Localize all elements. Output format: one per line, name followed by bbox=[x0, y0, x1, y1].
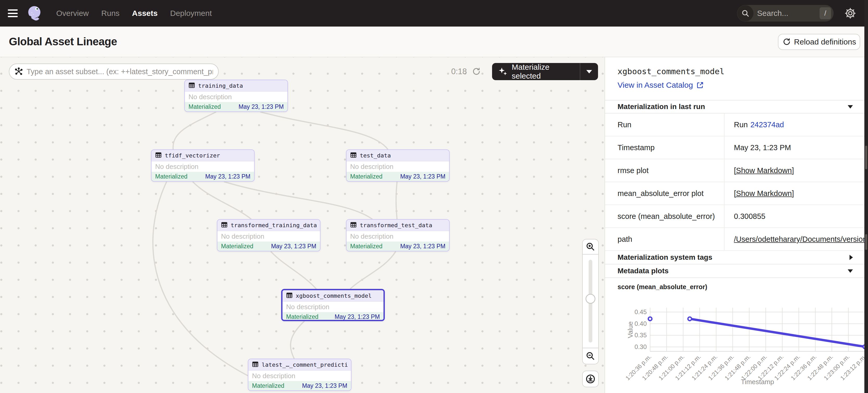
svg-text:0.30: 0.30 bbox=[634, 343, 647, 350]
table-icon bbox=[188, 82, 195, 90]
view-in-asset-catalog-link[interactable]: View in Asset Catalog bbox=[618, 81, 704, 90]
asset-node-latest_comment_predictions[interactable]: latest_…_comment_predictionsNo descripti… bbox=[248, 359, 351, 391]
section-materialization-last-run[interactable]: Materialization in last run bbox=[605, 100, 864, 113]
page-header: Global Asset Lineage Reload definitions bbox=[0, 27, 868, 57]
global-search[interactable]: / bbox=[737, 5, 834, 22]
metadata-label: score (mean_absolute_error) bbox=[605, 205, 724, 227]
menu-icon[interactable] bbox=[8, 9, 18, 17]
external-link-icon bbox=[696, 81, 704, 89]
asset-node-tfidf_vectorizer[interactable]: tfidf_vectorizerNo descriptionMaterializ… bbox=[151, 150, 255, 182]
table-icon bbox=[286, 292, 293, 300]
materialize-selected-button[interactable]: Materialize selected bbox=[492, 63, 598, 80]
sparkle-icon bbox=[498, 67, 508, 76]
metadata-link[interactable]: /Users/odetteharary/Documents/version bbox=[734, 235, 864, 243]
timer-countdown: 0:18 bbox=[451, 67, 467, 76]
asset-node-status: Materialized bbox=[350, 243, 382, 250]
search-input[interactable] bbox=[757, 9, 818, 18]
metadata-row-run: RunRun242374ad bbox=[605, 113, 864, 136]
asset-node-description: No description bbox=[185, 92, 287, 102]
nav-item-overview[interactable]: Overview bbox=[56, 9, 89, 18]
asset-node-timestamp: May 23, 1:23 PM bbox=[205, 173, 250, 180]
nav-item-deployment[interactable]: Deployment bbox=[170, 9, 212, 18]
metadata-row-score-mean_absolute_error-: score (mean_absolute_error)0.300855 bbox=[605, 205, 864, 228]
metadata-link[interactable]: [Show Markdown] bbox=[734, 166, 794, 175]
zoom-slider-handle[interactable] bbox=[586, 294, 595, 304]
top-nav: OverviewRunsAssetsDeployment / bbox=[0, 0, 868, 27]
asset-node-label: training_data bbox=[198, 83, 243, 89]
asset-node-timestamp: May 23, 1:23 PM bbox=[302, 382, 347, 389]
asset-node-description: No description bbox=[346, 161, 449, 172]
metadata-label: mean_absolute_error plot bbox=[605, 182, 724, 204]
asset-node-description: No description bbox=[248, 371, 351, 381]
page-title: Global Asset Lineage bbox=[9, 35, 117, 48]
metadata-label: path bbox=[605, 228, 724, 250]
section-materialization-system-tags[interactable]: Materialization system tags bbox=[605, 251, 864, 264]
asset-node-description: No description bbox=[217, 231, 320, 241]
asset-node-status: Materialized bbox=[155, 173, 187, 180]
main-content: training_dataNo descriptionMaterializedM… bbox=[0, 57, 868, 393]
asset-node-status: Materialized bbox=[221, 243, 253, 250]
asset-node-transformed_training_data[interactable]: transformed_training_dataNo descriptionM… bbox=[217, 219, 320, 252]
asset-graph-icon bbox=[14, 67, 23, 76]
table-icon bbox=[350, 221, 357, 229]
asset-lineage-canvas[interactable]: training_dataNo descriptionMaterializedM… bbox=[0, 57, 604, 393]
table-icon bbox=[155, 152, 162, 160]
primary-nav: OverviewRunsAssetsDeployment bbox=[56, 9, 212, 18]
asset-node-label: transformed_training_data bbox=[231, 222, 317, 229]
selected-asset-name: xgboost_comments_model bbox=[618, 67, 724, 76]
zoom-control bbox=[582, 239, 599, 364]
search-icon bbox=[737, 5, 753, 21]
zoom-in-icon bbox=[586, 242, 595, 252]
metadata-value: [Show Markdown] bbox=[724, 159, 864, 182]
dagster-logo-icon[interactable] bbox=[26, 4, 44, 22]
settings-gear-icon[interactable] bbox=[844, 7, 856, 19]
chevron-expanded-icon bbox=[848, 269, 853, 273]
dagster-app: OverviewRunsAssetsDeployment / Global As… bbox=[0, 0, 868, 393]
asset-node-label: latest_…_comment_predictions bbox=[262, 361, 347, 368]
nav-item-runs[interactable]: Runs bbox=[101, 9, 120, 18]
zoom-out-button[interactable] bbox=[583, 348, 598, 364]
zoom-in-button[interactable] bbox=[583, 239, 598, 255]
nav-item-assets[interactable]: Assets bbox=[132, 9, 157, 18]
asset-node-label: xgboost_comments_model bbox=[296, 293, 372, 299]
asset-subset-filter[interactable] bbox=[9, 64, 219, 79]
asset-node-transformed_test_data[interactable]: transformed_test_dataNo descriptionMater… bbox=[346, 219, 450, 252]
section-metadata-plots[interactable]: Metadata plots bbox=[605, 264, 864, 278]
svg-text:0.35: 0.35 bbox=[634, 332, 647, 338]
table-icon bbox=[252, 361, 259, 369]
table-icon bbox=[350, 152, 357, 160]
reload-definitions-button[interactable]: Reload definitions bbox=[778, 34, 860, 50]
metadata-label: Timestamp bbox=[605, 136, 724, 159]
asset-node-timestamp: May 23, 1:23 PM bbox=[400, 173, 445, 180]
asset-node-timestamp: May 23, 1:23 PM bbox=[400, 243, 445, 250]
run-id-link[interactable]: 242374ad bbox=[750, 121, 784, 129]
search-shortcut-badge: / bbox=[819, 7, 831, 19]
asset-node-status: Materialized bbox=[252, 382, 284, 389]
asset-node-timestamp: May 23, 1:23 PM bbox=[239, 103, 284, 110]
asset-subset-input[interactable] bbox=[27, 67, 213, 76]
metadata-row-path: path/Users/odetteharary/Documents/versio… bbox=[605, 228, 864, 251]
asset-node-label: transformed_test_data bbox=[360, 222, 432, 229]
metadata-link[interactable]: [Show Markdown] bbox=[734, 189, 794, 198]
refresh-timer: 0:18 bbox=[451, 64, 480, 79]
svg-text:0.45: 0.45 bbox=[634, 308, 647, 316]
asset-node-status: Materialized bbox=[188, 103, 221, 110]
materialize-dropdown-toggle[interactable] bbox=[580, 70, 598, 73]
svg-text:Timestamp: Timestamp bbox=[741, 378, 774, 386]
score-line-chart: 1:20:36 p.m.1:20:48 p.m.1:21:00 p.m.1:21… bbox=[612, 293, 864, 393]
svg-text:Value: Value bbox=[626, 321, 634, 338]
asset-node-xgboost_comments_model[interactable]: xgboost_comments_modelNo descriptionMate… bbox=[281, 289, 385, 321]
metadata-row-timestamp: TimestampMay 23, 1:23 PM bbox=[605, 136, 864, 159]
right-edge-strip bbox=[864, 0, 868, 393]
table-icon bbox=[221, 221, 228, 229]
recenter-graph-button[interactable] bbox=[582, 371, 599, 387]
refresh-icon[interactable] bbox=[471, 67, 480, 76]
asset-node-timestamp: May 23, 1:23 PM bbox=[335, 314, 380, 320]
asset-node-status: Materialized bbox=[286, 314, 318, 320]
arrow-down-circle-icon bbox=[585, 374, 596, 384]
asset-node-training_data[interactable]: training_dataNo descriptionMaterializedM… bbox=[184, 79, 288, 112]
asset-node-test_data[interactable]: test_dataNo descriptionMaterializedMay 2… bbox=[346, 150, 450, 182]
asset-node-description: No description bbox=[346, 231, 449, 241]
asset-node-status: Materialized bbox=[350, 173, 382, 180]
asset-details-panel: xgboost_comments_model View in Asset Cat… bbox=[604, 57, 864, 393]
